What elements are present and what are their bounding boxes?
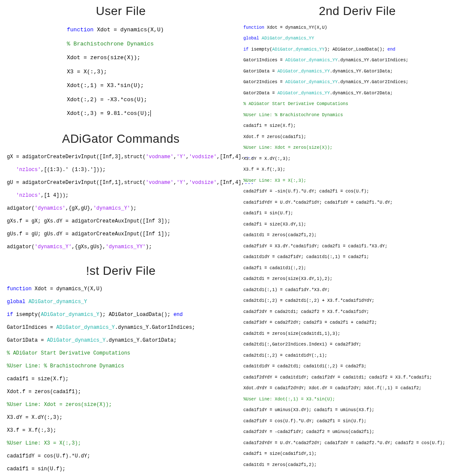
code-line: cada2f1 = size(X3.dY,1); [243,222,473,228]
code-line: X3 = X(:,3); [67,69,238,75]
keyword: function [243,25,264,30]
code-line: X3.f = X.f(:,3); [243,167,473,173]
code-text: ,[Inf,4], [217,154,245,160]
keyword: end [174,312,183,318]
keyword: function [7,286,32,292]
comment: % ADiGator Start Derivative Computations [7,350,238,357]
first-deriv-file-code: function Xdot = dynamics_Y(X,U) global A… [7,280,238,472]
identifier: ADiGator_dynamics_Y [47,337,106,343]
comment: %User Line: X3 = X(:,3); [7,440,238,447]
code-text: gX = adigatorCreateDerivInput([Inf,3],st… [7,154,146,160]
code-line: Xdot(:,3) = 9.81.*cos(U); [67,110,150,117]
code-text: Gator1Indices = [7,325,56,331]
comment: %User Line: Xdot(:,1) = X3.*sin(U); [243,397,473,403]
code-text: .dynamics_Y.Gator1Data; [105,337,177,343]
left-column: User File function Xdot = dynamics(X,U) … [3,3,238,472]
identifier: ADiGator_dynamics_Y [41,312,99,318]
code-text: isempty( [13,312,41,318]
code-line: Xdot.dYdY = cada1f2dYdY; Xdot.dY = cada1… [243,386,473,391]
first-deriv-file-title: !st Deriv File [3,264,238,278]
keyword: if [243,47,248,52]
code-text: , [186,154,189,160]
string: 'Y' [177,180,186,186]
code-line: Xdot(:,2) = -X3.*cos(U); [67,96,238,103]
code-line: cada1td1 = zeros(cada2f1,2); [243,463,473,468]
code-line: cada2td1(:,Gator2Indices.Index1) = cada2… [243,342,473,348]
code-line: cada2f2dY = -cada2f1dY; cada2f2 = uminus… [243,430,473,435]
code-text: ,{gXs,gUs}, [72,244,105,250]
code-line: Xdot = zeros(size(X)); [67,54,238,61]
code-line: cada2td1(:,1) = cada1f1dY.*X3.dY; [243,288,473,293]
code-line: Xdot.f = zeros(cada1f1); [7,389,238,395]
code-line: cada2td1(:,2) = cada2td1(:,2) + X3.f.*ca… [243,298,473,304]
code-line: X3.dY = X.dY(:,3); [243,156,473,162]
comment: % Brachistochrone Dynamics [67,41,154,47]
code-text: gU = adigatorCreateDerivInput([Inf,1],st… [7,180,146,186]
code-line: cada1f2dYdY = cada1td1dY; cada1f2dY = ca… [243,375,473,381]
code-line: X3.f = X.f(:,3); [7,427,238,434]
code-text: .dynamics_YY.Gator2Data; [330,91,393,96]
code-text [7,167,16,173]
code-text: , [174,180,177,186]
code-line: cada1f1 = size(X.f); [243,123,473,129]
second-deriv-file-code: function Xdot = dynamics_YY(X,U) global … [243,20,473,472]
code-text: isempty( [248,47,272,52]
code-line: cada2td1 = zeros(size(X3.dY,1),2); [243,277,473,282]
code-text: adigator( [7,244,35,250]
code-line: cada1f1 = size(X.f); [7,376,238,382]
code-line: cada1f1 = sin(U.f); [243,211,473,216]
code-text: , [186,180,189,186]
code-text: ); [146,244,152,250]
code-text: Xdot = dynamics_Y(X,U) [32,286,103,292]
identifier: ADiGator_dynamics_YY [285,58,338,63]
code-text: ,{gX,gU}, [66,205,93,211]
code-text: .dynamics_YY.Gator1Data; [330,69,393,74]
code-text: ,[1 4])); [41,192,69,198]
code-text: Gator2Indices = [243,80,285,84]
string: 'nzlocs' [16,167,41,173]
code-line: cada2f3dY = cada2f2dY; cada2f3 = cada2f1… [243,320,473,326]
code-text: .dynamics_YY.Gator1Indices; [338,58,408,63]
comment: %User Line: X3 = X(:,3); [243,178,473,184]
comment: %User Line: Xdot = zeros(size(X)); [7,402,238,408]
code-line: cada2f1 = size(cada1f1dY,1); [243,451,473,457]
code-line: cada1f2dYdY = U.dY.*cada2f2dY; cada1f2dY… [243,441,473,446]
keyword: global [7,299,28,305]
identifier: ADiGator_dynamics_YY [277,91,329,96]
code-line: cada2f1dY = -sin(U.f).*U.dY; cada2f1 = c… [243,189,473,195]
code-line: cada1f1dY = uminus(X3.dY); cada1f1 = umi… [243,408,473,413]
code-text: , [174,154,177,160]
code-line: cada1td1dY = cada2f1dY; cada1td1(:,1) = … [243,255,473,260]
string: 'vodname' [146,154,174,160]
string: 'dynamics' [35,205,66,211]
code-line: cada2td1 = zeros(size(cada1td1,1),3); [243,331,473,337]
user-file-title: User File [3,4,238,18]
right-column: 2nd Deriv File function Xdot = dynamics_… [242,3,473,472]
comment: % ADiGator Start Derivative Computations [243,102,473,107]
two-column-layout: User File function Xdot = dynamics(X,U) … [3,3,473,472]
string: 'vodsize' [189,154,217,160]
code-line: cada2td1(:,2) = cada1td1dY(:,1); [243,353,473,359]
code-text: ); ADiGator_LoadData(); [99,312,174,318]
code-line: cada1f1dYdY = U.dY.*cada2f1dY; cada1f1dY… [243,200,473,206]
code-text: Gator1Indices = [243,58,285,63]
adigator-commands-code: gX = adigatorCreateDerivInput([Inf,3],st… [7,147,238,263]
identifier: ADiGator_dynamics_Y [28,299,87,305]
code-text: Xdot = dynamics_YY(X,U) [264,25,327,30]
code-line: cada2f1 = cada1td1(:,2); [243,266,473,271]
code-text: .dynamics_YY.Gator2Indices; [338,80,408,84]
code-line: gXs.f = gX; gXs.dY = adigatorCreateAuxIn… [7,218,238,225]
code-line: cada2f1dY = X3.dY.*cada1f1dY; cada2f1 = … [243,244,473,250]
adigator-commands-title: ADiGator Commands [3,132,238,146]
identifier: ADiGator_dynamics_YY [262,36,314,41]
code-line: cada1td1dY = cada2td1; cada1td1(:,2) = c… [243,364,473,370]
string: 'dynamics_Y' [35,244,72,250]
keyword: if [7,312,13,318]
user-file-code: function Xdot = dynamics(X,U) % Brachist… [67,20,238,131]
code-text: Gator2Data = [243,91,277,96]
string: 'dynamics_Y' [93,205,130,211]
code-text: Gator1Data = [7,337,47,343]
keyword: global [243,36,262,41]
code-line: Xdot.f = zeros(cada1f1); [243,135,473,140]
code-text: adigator( [7,205,35,211]
